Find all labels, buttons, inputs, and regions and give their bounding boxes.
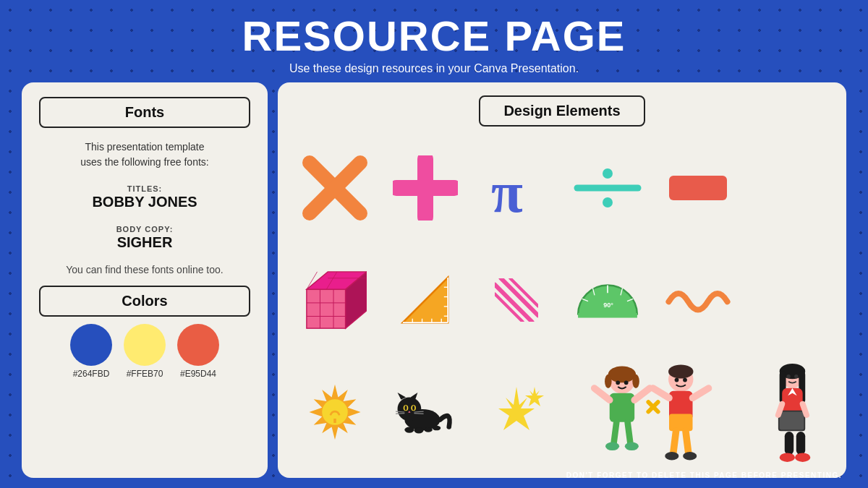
svg-point-86 — [683, 377, 687, 382]
footer-note: DON'T FORGET TO DELETE THIS PAGE BEFORE … — [566, 471, 842, 479]
svg-rect-66 — [609, 393, 634, 421]
page-subtitle: Use these design resources in your Canva… — [22, 62, 846, 75]
svg-line-98 — [803, 404, 807, 415]
svg-point-58 — [425, 427, 433, 432]
elem-rectangle-shape — [669, 176, 727, 200]
elem-squiggle — [665, 282, 731, 318]
font-body-label: BODY COPY: — [39, 225, 250, 234]
svg-point-76 — [668, 364, 693, 378]
design-elements-header: Design Elements — [292, 95, 832, 127]
elem-x-symbol — [302, 155, 367, 221]
svg-text:π: π — [491, 160, 523, 221]
right-panel: Design Elements — [278, 82, 846, 478]
font-titles-name: BOBBY JONES — [39, 194, 250, 210]
content-area: Fonts This presentation templateuses the… — [22, 82, 846, 478]
svg-marker-60 — [498, 387, 535, 430]
svg-rect-96 — [780, 411, 804, 429]
font-body-name: SIGHER — [39, 234, 250, 251]
svg-line-54 — [414, 411, 424, 412]
fonts-header-box: Fonts — [39, 97, 250, 128]
left-panel: Fonts This presentation templateuses the… — [22, 82, 268, 478]
svg-rect-78 — [669, 414, 693, 431]
svg-point-44 — [398, 397, 422, 421]
svg-line-52 — [396, 411, 405, 412]
svg-point-83 — [665, 452, 678, 460]
color-hex-red: #E95D44 — [180, 369, 216, 379]
svg-point-65 — [632, 374, 639, 388]
svg-line-82 — [686, 431, 689, 453]
svg-point-49 — [405, 406, 407, 411]
font-body-entry: BODY COPY: SIGHER — [39, 225, 250, 251]
svg-point-102 — [795, 453, 810, 461]
rect-shape-block — [669, 176, 727, 200]
fonts-online-note: You can find these fonts online too. — [39, 264, 250, 275]
svg-line-81 — [673, 431, 676, 453]
svg-point-72 — [624, 442, 638, 450]
svg-point-7 — [603, 197, 613, 207]
svg-line-79 — [653, 388, 669, 398]
svg-point-84 — [683, 452, 697, 460]
svg-text:90°: 90° — [603, 301, 613, 309]
svg-point-50 — [412, 406, 414, 411]
svg-point-59 — [433, 425, 441, 430]
svg-line-67 — [594, 388, 609, 400]
svg-rect-33 — [578, 313, 637, 318]
svg-rect-8 — [307, 289, 346, 328]
svg-point-85 — [674, 377, 678, 382]
color-swatch-red: #E95D44 — [177, 324, 219, 379]
svg-rect-99 — [785, 432, 793, 455]
elem-pi-symbol: π — [484, 155, 549, 221]
color-swatches: #264FBD #FFEB70 #E95D44 — [39, 324, 250, 379]
elem-woman — [760, 361, 818, 463]
page-wrapper: RESOURCE PAGE Use these design resources… — [0, 0, 868, 488]
svg-point-74 — [624, 380, 628, 385]
colors-label: Colors — [122, 293, 167, 309]
color-hex-blue: #264FBD — [73, 369, 110, 379]
header: RESOURCE PAGE Use these design resources… — [22, 13, 846, 75]
font-titles-label: TITLES: — [39, 184, 250, 193]
elem-triangle-ruler — [396, 271, 454, 329]
svg-line-55 — [414, 413, 424, 414]
elem-kids-group — [574, 361, 733, 463]
design-elements-label: Design Elements — [503, 103, 620, 119]
colors-section: Colors #264FBD #FFEB70 #E95D44 — [39, 286, 250, 379]
font-titles-entry: TITLES: BOBBY JONES — [39, 184, 250, 210]
design-elements-header-box: Design Elements — [479, 95, 644, 127]
elem-sparkle — [488, 383, 545, 441]
svg-point-103 — [787, 374, 791, 378]
svg-point-56 — [405, 427, 414, 432]
page-title: RESOURCE PAGE — [22, 13, 846, 59]
elem-lightbulb-sun — [306, 383, 364, 441]
svg-point-104 — [794, 374, 798, 378]
fonts-label: Fonts — [125, 104, 164, 120]
svg-point-101 — [780, 453, 795, 461]
color-hex-yellow: #FFEB70 — [127, 369, 163, 379]
svg-point-63 — [608, 366, 635, 382]
elem-cat — [393, 390, 458, 434]
color-circle-blue — [70, 324, 112, 366]
color-circle-yellow — [124, 324, 166, 366]
elem-speed-lines — [495, 278, 538, 322]
color-swatch-yellow: #FFEB70 — [124, 324, 166, 379]
svg-line-69 — [613, 421, 616, 443]
elements-grid: π — [292, 135, 832, 465]
elem-plus-symbol — [393, 155, 458, 221]
elem-division-symbol — [571, 166, 644, 210]
svg-line-70 — [627, 421, 630, 443]
elem-cube — [303, 268, 367, 332]
svg-line-53 — [396, 413, 405, 414]
svg-point-73 — [616, 380, 620, 385]
svg-point-57 — [414, 427, 424, 433]
svg-point-71 — [605, 442, 619, 450]
color-swatch-blue: #264FBD — [70, 324, 112, 379]
colors-header-box: Colors — [39, 286, 250, 317]
svg-line-97 — [778, 404, 782, 415]
svg-rect-100 — [796, 432, 805, 455]
svg-line-68 — [634, 388, 650, 400]
elem-protractor: 90° — [575, 280, 640, 320]
color-circle-red — [177, 324, 219, 366]
svg-marker-61 — [525, 387, 544, 406]
svg-point-64 — [605, 374, 612, 388]
svg-point-5 — [603, 168, 613, 179]
svg-marker-18 — [403, 278, 448, 322]
